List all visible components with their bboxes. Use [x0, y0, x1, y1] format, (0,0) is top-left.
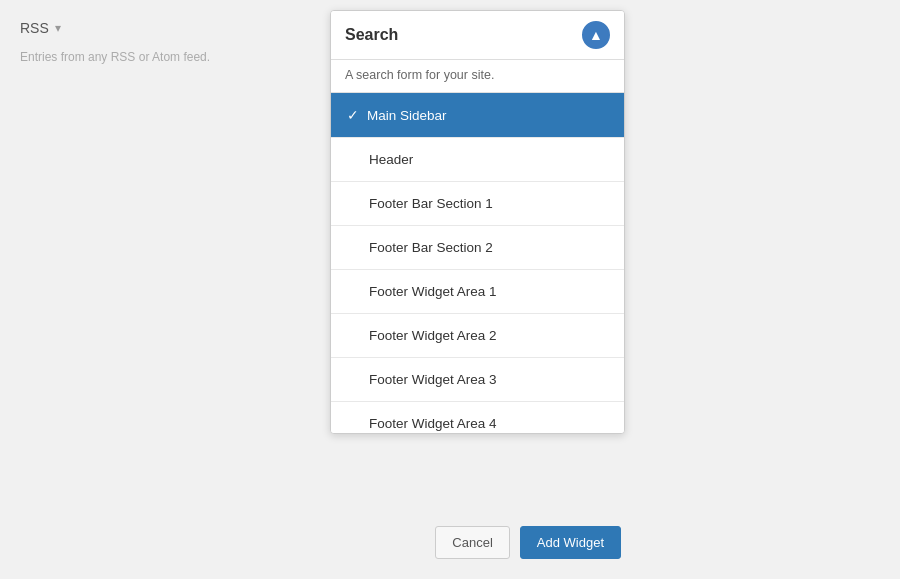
dropdown-subtitle: A search form for your site. [331, 60, 624, 93]
list-item[interactable]: Footer Bar Section 2 [331, 226, 624, 270]
list-item[interactable]: Header [331, 138, 624, 182]
dropdown-list: ✓ Main Sidebar Header Footer Bar Section… [331, 93, 624, 433]
rss-widget: RSS ▾ [20, 20, 300, 36]
close-button[interactable]: ▲ [582, 21, 610, 49]
footer-actions: Cancel Add Widget [330, 514, 625, 559]
list-item-label: Footer Widget Area 4 [369, 416, 497, 431]
check-icon: ✓ [347, 107, 359, 123]
list-item-label: Footer Widget Area 1 [369, 284, 497, 299]
list-item-label: Header [369, 152, 413, 167]
list-item-label: Footer Widget Area 2 [369, 328, 497, 343]
left-panel: RSS ▾ Entries from any RSS or Atom feed. [0, 0, 320, 579]
list-item-label: Footer Bar Section 2 [369, 240, 493, 255]
list-item[interactable]: Footer Bar Section 1 [331, 182, 624, 226]
dropdown-title: Search [345, 26, 398, 44]
dropdown-panel: Search ▲ A search form for your site. ✓ … [330, 10, 625, 434]
list-item[interactable]: Footer Widget Area 2 [331, 314, 624, 358]
list-item-label: Footer Widget Area 3 [369, 372, 497, 387]
page-wrapper: RSS ▾ Entries from any RSS or Atom feed.… [0, 0, 900, 579]
list-item[interactable]: Footer Widget Area 1 [331, 270, 624, 314]
list-item[interactable]: Footer Widget Area 4 [331, 402, 624, 433]
add-widget-button[interactable]: Add Widget [520, 526, 621, 559]
dropdown-header: Search ▲ [331, 11, 624, 60]
list-item-label: Main Sidebar [367, 108, 447, 123]
rss-label: RSS [20, 20, 49, 36]
list-item-label: Footer Bar Section 1 [369, 196, 493, 211]
chevron-down-icon: ▾ [55, 21, 61, 35]
list-item[interactable]: ✓ Main Sidebar [331, 93, 624, 138]
arrow-up-icon: ▲ [589, 27, 603, 43]
list-item[interactable]: Footer Widget Area 3 [331, 358, 624, 402]
cancel-button[interactable]: Cancel [435, 526, 509, 559]
rss-description: Entries from any RSS or Atom feed. [20, 48, 240, 66]
